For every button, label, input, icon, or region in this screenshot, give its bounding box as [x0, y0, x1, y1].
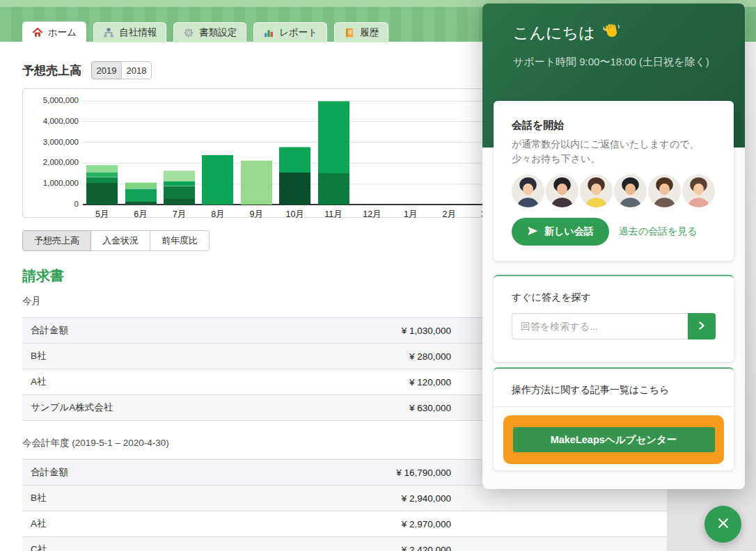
x-axis-tick-label: 1月: [391, 209, 430, 221]
send-icon: [527, 225, 538, 239]
nav-tab-3[interactable]: レポート: [253, 22, 327, 42]
support-messenger-panel: こんにちは サポート時間 9:00〜18:00 (土日祝を除く): [482, 3, 745, 489]
x-axis-tick-label: 12月: [353, 209, 391, 221]
invoice-section-label: 今月: [22, 295, 41, 308]
x-axis-tick-label: 2月: [430, 209, 468, 221]
y-axis-tick-label: 1,000,000: [23, 179, 79, 187]
year-toggle: 20192018: [91, 61, 152, 79]
see-previous-conversations-link[interactable]: 過去の会話を見る: [619, 225, 698, 238]
row-label: 合計金額: [22, 466, 68, 479]
nav-tab-4[interactable]: 履歴: [334, 22, 388, 42]
support-avatar-1: [512, 175, 544, 207]
y-axis-tick-label: 4,000,000: [23, 117, 79, 125]
support-team-avatars: [512, 175, 716, 207]
view-tab-0[interactable]: 予想売上高: [22, 230, 91, 251]
bar-1月: [391, 101, 430, 205]
bar-segment: [86, 183, 118, 205]
gear-icon: [183, 27, 194, 38]
row-amount: ¥ 1,030,000: [402, 326, 451, 336]
year-button-2019[interactable]: 2019: [91, 61, 122, 79]
bar-segment: [318, 101, 349, 173]
y-axis-tick-label: 2,000,000: [23, 158, 79, 166]
invoice-section-label: 今会計年度 (2019-5-1 – 2020-4-30): [22, 437, 169, 449]
close-icon: [716, 516, 730, 532]
nav-tab-label: ホーム: [48, 26, 77, 39]
table-row: C社¥ 2,420,000: [22, 536, 667, 551]
chart-x-labels: 5月6月7月8月9月10月11月12月1月2月3月4月: [83, 209, 546, 221]
x-axis-tick-label: 11月: [314, 209, 352, 221]
answer-search-submit-button[interactable]: [688, 313, 716, 340]
row-label: A社: [22, 518, 47, 530]
y-axis-tick-label: 5,000,000: [23, 96, 79, 104]
bar-segment: [279, 147, 310, 173]
x-axis-tick-label: 8月: [198, 209, 237, 221]
answer-search-input[interactable]: [512, 313, 688, 340]
support-avatar-5: [648, 175, 681, 207]
row-amount: ¥ 280,000: [409, 351, 451, 362]
bar-segment: [125, 189, 157, 202]
bar-12月: [353, 101, 391, 205]
close-messenger-button[interactable]: [704, 506, 741, 543]
y-axis-tick-label: 0: [23, 200, 79, 208]
bar-segment: [86, 165, 118, 172]
x-axis-tick-label: 9月: [237, 209, 276, 221]
chart-bars: [83, 101, 546, 205]
bar-7月: [160, 101, 198, 205]
row-label: C社: [22, 543, 47, 551]
greeting-text: こんにちは: [513, 22, 595, 44]
conversation-card-body: が通常数分以内にご返信いたしますので、少々お待ち下さい。: [512, 137, 716, 166]
support-avatar-6: [682, 175, 715, 207]
nav-tab-0[interactable]: ホーム: [22, 22, 86, 42]
sales-heading: 予想売上高: [22, 63, 81, 79]
bar-segment: [164, 181, 195, 186]
bar-10月: [276, 101, 314, 205]
x-axis-tick-label: 5月: [83, 209, 121, 221]
help-center-link[interactable]: MakeLeapsヘルプセンター: [503, 415, 724, 464]
nav-tab-1[interactable]: 自社情報: [93, 22, 166, 42]
year-button-2018[interactable]: 2018: [121, 61, 152, 79]
x-axis-tick-label: 7月: [160, 209, 198, 221]
row-label: サンプルA株式会社: [22, 401, 113, 414]
bar-segment: [164, 186, 195, 198]
conversation-card-title: 会話を開始: [512, 119, 716, 132]
bar-segment: [125, 182, 157, 188]
new-conversation-label: 新しい会話: [544, 225, 594, 238]
row-label: 合計金額: [22, 324, 68, 337]
view-tab-2[interactable]: 前年度比: [150, 230, 210, 251]
support-avatar-2: [546, 175, 578, 207]
messenger-greeting: こんにちは: [513, 22, 620, 44]
invoice-heading: 請求書: [22, 266, 64, 285]
chevron-right-icon: [696, 320, 707, 333]
x-axis-tick-label: 6月: [121, 209, 159, 221]
row-amount: ¥ 2,420,000: [402, 545, 451, 551]
row-label: B社: [22, 350, 47, 362]
search-card: すぐに答えを探す: [494, 275, 734, 362]
row-amount: ¥ 2,970,000: [402, 519, 451, 529]
bar-5月: [83, 101, 121, 205]
row-amount: ¥ 16,790,000: [396, 468, 451, 478]
main-nav-tabs: ホーム自社情報書類設定レポート履歴: [22, 22, 388, 42]
view-tab-1[interactable]: 入金状況: [90, 230, 150, 251]
support-avatar-4: [614, 175, 647, 207]
search-card-title: すぐに答えを探す: [512, 292, 716, 304]
row-label: A社: [22, 376, 47, 388]
bar-segment: [86, 177, 118, 183]
bar-segment: [279, 173, 310, 205]
nav-tab-2[interactable]: 書類設定: [173, 22, 246, 42]
new-conversation-button[interactable]: 新しい会話: [512, 218, 609, 246]
bar-8月: [198, 101, 237, 205]
row-amount: ¥ 630,000: [409, 403, 451, 413]
nav-tab-label: 履歴: [360, 26, 379, 39]
bar-9月: [237, 101, 276, 205]
bar-segment: [125, 202, 157, 205]
bar-6月: [121, 101, 159, 205]
table-row: A社¥ 2,970,000: [22, 511, 667, 536]
y-axis-tick-label: 3,000,000: [23, 138, 79, 146]
conversation-card: 会話を開始 が通常数分以内にご返信いたしますので、少々お待ち下さい。 新しい会話…: [494, 101, 734, 261]
help-center-button[interactable]: MakeLeapsヘルプセンター: [513, 427, 715, 452]
row-label: B社: [22, 492, 47, 504]
support-avatar-3: [580, 175, 613, 207]
support-hours: サポート時間 9:00〜18:00 (土日祝を除く): [513, 54, 729, 70]
nav-tab-label: 自社情報: [119, 26, 157, 39]
row-amount: ¥ 120,000: [409, 377, 451, 388]
